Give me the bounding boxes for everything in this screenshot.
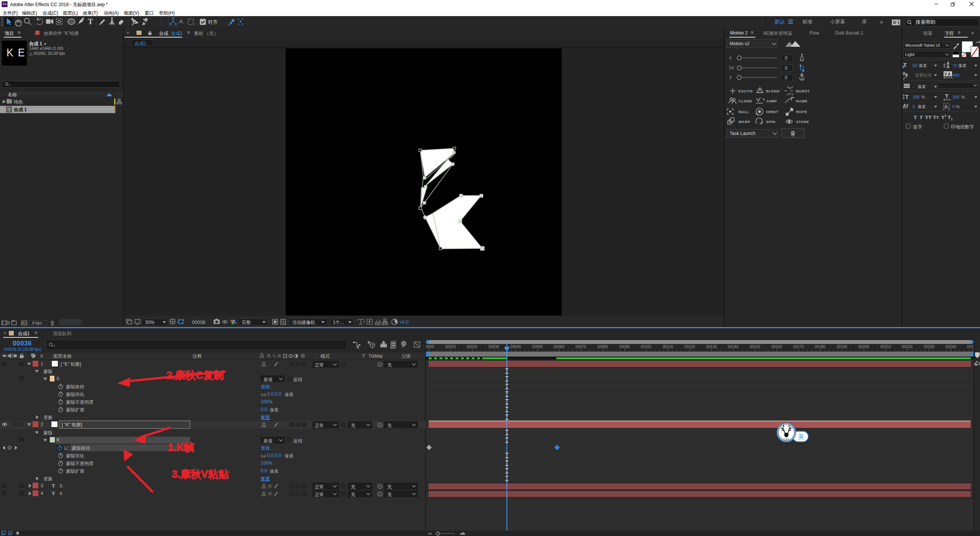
svg-text:2.康秋C复制: 2.康秋C复制 — [166, 370, 224, 381]
svg-text:英: 英 — [798, 433, 804, 440]
svg-text:1.K帧: 1.K帧 — [168, 442, 194, 453]
svg-text:3.康秋V粘贴: 3.康秋V粘贴 — [172, 469, 229, 480]
svg-text:行走&: 行走& — [783, 438, 789, 441]
